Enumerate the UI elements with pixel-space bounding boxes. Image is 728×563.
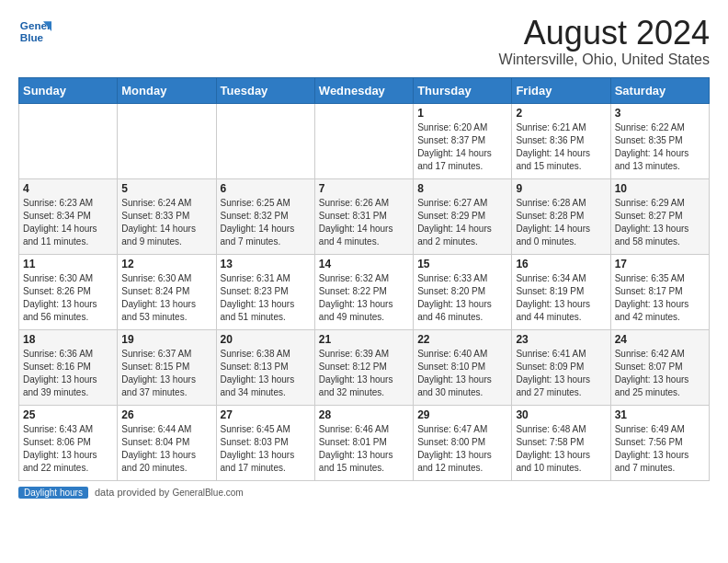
calendar-body: 1Sunrise: 6:20 AM Sunset: 8:37 PM Daylig… xyxy=(19,103,710,480)
day-number: 4 xyxy=(23,182,113,195)
svg-text:Blue: Blue xyxy=(20,31,44,43)
day-cell xyxy=(118,103,216,178)
day-info: Sunrise: 6:35 AM Sunset: 8:17 PM Dayligh… xyxy=(615,272,705,324)
day-info: Sunrise: 6:30 AM Sunset: 8:24 PM Dayligh… xyxy=(121,272,211,324)
day-number: 22 xyxy=(417,333,507,346)
day-number: 20 xyxy=(221,333,311,346)
day-info: Sunrise: 6:34 AM Sunset: 8:19 PM Dayligh… xyxy=(516,272,606,324)
day-cell: 27Sunrise: 6:45 AM Sunset: 8:03 PM Dayli… xyxy=(216,405,314,480)
day-cell: 5Sunrise: 6:24 AM Sunset: 8:33 PM Daylig… xyxy=(118,178,216,254)
day-number: 3 xyxy=(615,107,705,120)
day-number: 8 xyxy=(417,182,507,195)
day-number: 16 xyxy=(516,258,606,270)
day-cell: 23Sunrise: 6:41 AM Sunset: 8:09 PM Dayli… xyxy=(512,329,610,405)
calendar-table: SundayMondayTuesdayWednesdayThursdayFrid… xyxy=(18,77,710,481)
day-info: Sunrise: 6:37 AM Sunset: 8:15 PM Dayligh… xyxy=(121,348,211,399)
day-cell: 9Sunrise: 6:28 AM Sunset: 8:28 PM Daylig… xyxy=(512,178,610,254)
day-cell xyxy=(216,103,314,178)
day-number: 24 xyxy=(615,333,705,346)
day-cell: 29Sunrise: 6:47 AM Sunset: 8:00 PM Dayli… xyxy=(414,405,512,480)
day-number: 5 xyxy=(121,182,211,195)
weekday-header-saturday: Saturday xyxy=(610,77,709,103)
day-cell: 11Sunrise: 6:30 AM Sunset: 8:26 PM Dayli… xyxy=(19,254,118,329)
day-cell: 15Sunrise: 6:33 AM Sunset: 8:20 PM Dayli… xyxy=(414,254,512,329)
day-number: 25 xyxy=(23,408,113,421)
day-number: 14 xyxy=(319,258,409,270)
day-cell: 1Sunrise: 6:20 AM Sunset: 8:37 PM Daylig… xyxy=(414,103,512,178)
day-number: 1 xyxy=(417,107,507,120)
day-cell: 12Sunrise: 6:30 AM Sunset: 8:24 PM Dayli… xyxy=(118,254,216,329)
day-cell: 28Sunrise: 6:46 AM Sunset: 8:01 PM Dayli… xyxy=(314,405,413,480)
day-cell: 16Sunrise: 6:34 AM Sunset: 8:19 PM Dayli… xyxy=(512,254,610,329)
calendar-header: SundayMondayTuesdayWednesdayThursdayFrid… xyxy=(19,77,710,103)
day-info: Sunrise: 6:23 AM Sunset: 8:34 PM Dayligh… xyxy=(23,197,113,248)
day-info: Sunrise: 6:31 AM Sunset: 8:23 PM Dayligh… xyxy=(221,272,311,324)
day-info: Sunrise: 6:49 AM Sunset: 7:56 PM Dayligh… xyxy=(615,423,705,475)
page: General Blue August 2024 Wintersville, O… xyxy=(0,0,728,507)
day-info: Sunrise: 6:26 AM Sunset: 8:31 PM Dayligh… xyxy=(319,197,409,248)
day-info: Sunrise: 6:41 AM Sunset: 8:09 PM Dayligh… xyxy=(516,348,606,399)
footer-source: GeneralBlue.com xyxy=(172,488,243,498)
week-row-3: 11Sunrise: 6:30 AM Sunset: 8:26 PM Dayli… xyxy=(19,254,710,329)
day-info: Sunrise: 6:42 AM Sunset: 8:07 PM Dayligh… xyxy=(615,348,705,399)
day-number: 7 xyxy=(319,182,409,195)
day-info: Sunrise: 6:21 AM Sunset: 8:36 PM Dayligh… xyxy=(516,121,606,173)
day-info: Sunrise: 6:33 AM Sunset: 8:20 PM Dayligh… xyxy=(417,272,507,324)
day-number: 9 xyxy=(516,182,606,195)
subtitle: Wintersville, Ohio, United States xyxy=(499,52,710,68)
day-cell: 6Sunrise: 6:25 AM Sunset: 8:32 PM Daylig… xyxy=(216,178,314,254)
day-number: 10 xyxy=(615,182,705,195)
day-number: 29 xyxy=(417,408,507,421)
day-number: 23 xyxy=(516,333,606,346)
week-row-5: 25Sunrise: 6:43 AM Sunset: 8:06 PM Dayli… xyxy=(19,405,710,480)
footer-note: Daylight hours data provided by GeneralB… xyxy=(18,487,710,498)
day-number: 18 xyxy=(23,333,113,346)
day-cell: 17Sunrise: 6:35 AM Sunset: 8:17 PM Dayli… xyxy=(610,254,709,329)
day-info: Sunrise: 6:25 AM Sunset: 8:32 PM Dayligh… xyxy=(221,197,311,248)
day-cell: 24Sunrise: 6:42 AM Sunset: 8:07 PM Dayli… xyxy=(610,329,709,405)
week-row-1: 1Sunrise: 6:20 AM Sunset: 8:37 PM Daylig… xyxy=(19,103,710,178)
day-cell: 18Sunrise: 6:36 AM Sunset: 8:16 PM Dayli… xyxy=(19,329,118,405)
day-number: 15 xyxy=(417,258,507,270)
day-info: Sunrise: 6:36 AM Sunset: 8:16 PM Dayligh… xyxy=(23,348,113,399)
weekday-row: SundayMondayTuesdayWednesdayThursdayFrid… xyxy=(19,77,710,103)
day-cell xyxy=(314,103,413,178)
day-info: Sunrise: 6:44 AM Sunset: 8:04 PM Dayligh… xyxy=(121,423,211,475)
day-cell: 14Sunrise: 6:32 AM Sunset: 8:22 PM Dayli… xyxy=(314,254,413,329)
day-number: 2 xyxy=(516,107,606,120)
weekday-header-friday: Friday xyxy=(512,77,610,103)
weekday-header-sunday: Sunday xyxy=(19,77,118,103)
main-title: August 2024 xyxy=(499,15,710,52)
day-info: Sunrise: 6:40 AM Sunset: 8:10 PM Dayligh… xyxy=(417,348,507,399)
logo-area: General Blue xyxy=(18,15,55,48)
day-number: 6 xyxy=(221,182,311,195)
day-info: Sunrise: 6:32 AM Sunset: 8:22 PM Dayligh… xyxy=(319,272,409,324)
day-number: 19 xyxy=(121,333,211,346)
day-cell: 22Sunrise: 6:40 AM Sunset: 8:10 PM Dayli… xyxy=(414,329,512,405)
day-number: 21 xyxy=(319,333,409,346)
day-cell: 20Sunrise: 6:38 AM Sunset: 8:13 PM Dayli… xyxy=(216,329,314,405)
weekday-header-thursday: Thursday xyxy=(414,77,512,103)
week-row-4: 18Sunrise: 6:36 AM Sunset: 8:16 PM Dayli… xyxy=(19,329,710,405)
day-number: 26 xyxy=(121,408,211,421)
day-info: Sunrise: 6:30 AM Sunset: 8:26 PM Dayligh… xyxy=(23,272,113,324)
day-cell: 3Sunrise: 6:22 AM Sunset: 8:35 PM Daylig… xyxy=(610,103,709,178)
day-info: Sunrise: 6:39 AM Sunset: 8:12 PM Dayligh… xyxy=(319,348,409,399)
day-info: Sunrise: 6:24 AM Sunset: 8:33 PM Dayligh… xyxy=(121,197,211,248)
day-number: 30 xyxy=(516,408,606,421)
logo-icon: General Blue xyxy=(18,15,51,48)
day-cell: 2Sunrise: 6:21 AM Sunset: 8:36 PM Daylig… xyxy=(512,103,610,178)
day-cell: 26Sunrise: 6:44 AM Sunset: 8:04 PM Dayli… xyxy=(118,405,216,480)
day-cell: 30Sunrise: 6:48 AM Sunset: 7:58 PM Dayli… xyxy=(512,405,610,480)
header: General Blue August 2024 Wintersville, O… xyxy=(18,15,710,68)
day-cell: 7Sunrise: 6:26 AM Sunset: 8:31 PM Daylig… xyxy=(314,178,413,254)
weekday-header-tuesday: Tuesday xyxy=(216,77,314,103)
weekday-header-monday: Monday xyxy=(118,77,216,103)
day-number: 31 xyxy=(615,408,705,421)
day-info: Sunrise: 6:38 AM Sunset: 8:13 PM Dayligh… xyxy=(221,348,311,399)
day-info: Sunrise: 6:20 AM Sunset: 8:37 PM Dayligh… xyxy=(417,121,507,173)
day-info: Sunrise: 6:28 AM Sunset: 8:28 PM Dayligh… xyxy=(516,197,606,248)
day-info: Sunrise: 6:43 AM Sunset: 8:06 PM Dayligh… xyxy=(23,423,113,475)
day-cell: 21Sunrise: 6:39 AM Sunset: 8:12 PM Dayli… xyxy=(314,329,413,405)
title-area: August 2024 Wintersville, Ohio, United S… xyxy=(499,15,710,68)
